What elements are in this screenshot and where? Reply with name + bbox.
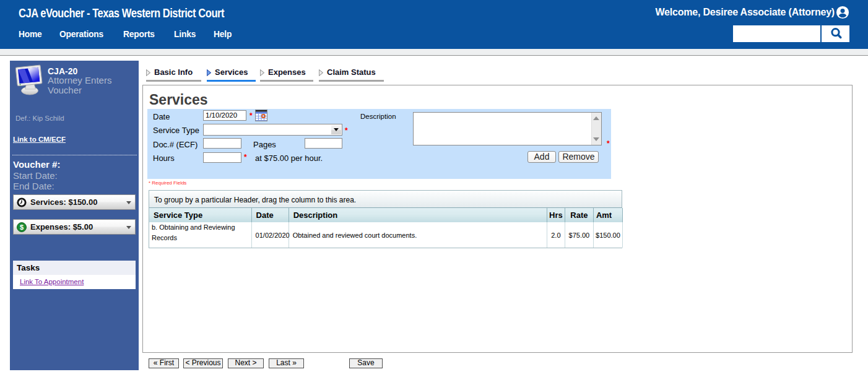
svg-text:$: $ bbox=[20, 223, 24, 231]
